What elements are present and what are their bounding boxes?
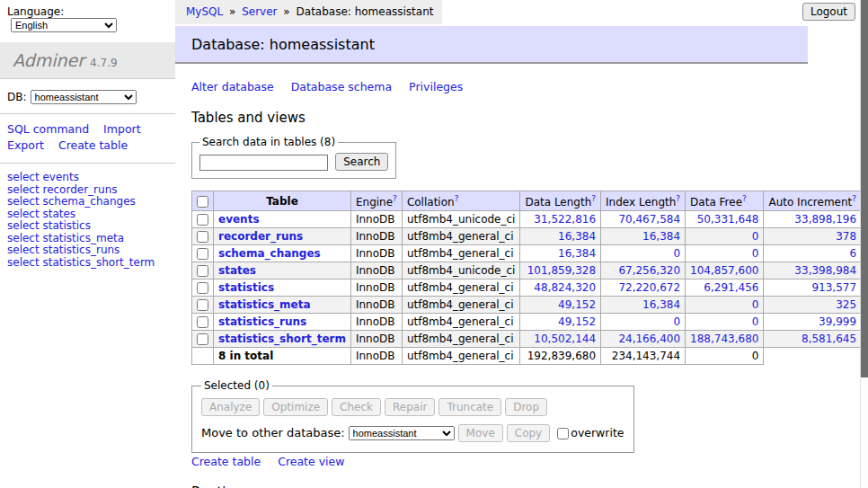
collation-cell: utf8mb4_unicode_ci bbox=[402, 211, 520, 228]
move-db-select[interactable]: homeassistant bbox=[349, 426, 455, 440]
copy-button[interactable]: Copy bbox=[507, 424, 550, 442]
repair-button[interactable]: Repair bbox=[385, 398, 435, 416]
value-link[interactable]: 24,166,400 bbox=[618, 333, 680, 345]
value-link[interactable]: 31,522,816 bbox=[534, 213, 596, 226]
language-select[interactable]: English bbox=[11, 18, 117, 32]
selected-legend: Selected (0) bbox=[201, 379, 272, 392]
breadcrumb-item-0[interactable]: MySQL bbox=[186, 5, 223, 18]
value-link[interactable]: 70,467,584 bbox=[618, 213, 680, 226]
search-input[interactable] bbox=[199, 155, 328, 171]
analyze-button[interactable]: Analyze bbox=[201, 398, 260, 416]
value-link[interactable]: 33,898,196 bbox=[794, 213, 856, 226]
collation-cell: utf8mb4_unicode_ci bbox=[402, 262, 520, 279]
move-label: Move to other database: bbox=[201, 426, 345, 439]
sidebar-item-statistics-short-term[interactable]: select statistics_short_term bbox=[7, 257, 168, 269]
value-link[interactable]: 0 bbox=[673, 247, 680, 260]
scrollbar-thumb[interactable] bbox=[861, 0, 868, 377]
help-icon[interactable]: ? bbox=[852, 194, 856, 203]
value-link[interactable]: 49,152 bbox=[558, 315, 596, 328]
help-icon[interactable]: ? bbox=[455, 194, 459, 203]
page-title: Database: homeassistant bbox=[175, 26, 808, 64]
value-link[interactable]: 10,502,144 bbox=[534, 333, 596, 345]
help-icon[interactable]: ? bbox=[393, 194, 397, 203]
row-checkbox-statistics[interactable] bbox=[197, 282, 208, 294]
value-link[interactable]: 8,581,645 bbox=[802, 333, 856, 345]
sidebar-item-statistics-meta[interactable]: select statistics_meta bbox=[7, 233, 168, 244]
logout-button[interactable]: Logout bbox=[802, 3, 855, 21]
index-length-cell: 0 bbox=[601, 245, 686, 262]
value-link[interactable]: 48,824,320 bbox=[534, 281, 596, 294]
scrollbar[interactable] bbox=[860, 0, 868, 488]
value-link[interactable]: 72,220,672 bbox=[618, 281, 680, 294]
value-link[interactable]: 913,577 bbox=[811, 281, 856, 294]
truncate-button[interactable]: Truncate bbox=[438, 398, 501, 416]
total-checkbox-cell bbox=[192, 348, 214, 365]
value-link[interactable]: 325 bbox=[836, 298, 856, 311]
help-icon[interactable]: ? bbox=[676, 194, 680, 203]
check-button[interactable]: Check bbox=[332, 398, 381, 416]
search-button[interactable]: Search bbox=[335, 153, 388, 171]
table-link-states[interactable]: states bbox=[218, 264, 256, 277]
row-checkbox-events[interactable] bbox=[197, 214, 208, 226]
value-link[interactable]: 16,384 bbox=[558, 247, 596, 260]
table-link-statistics_meta[interactable]: statistics_meta bbox=[218, 298, 311, 311]
create-link-create-table[interactable]: Create table bbox=[191, 455, 261, 468]
db-select[interactable]: homeassistant bbox=[31, 90, 137, 104]
sidebar-item-statistics[interactable]: select statistics bbox=[7, 220, 168, 232]
breadcrumb-item-1[interactable]: Server bbox=[242, 5, 277, 18]
overwrite-label[interactable]: overwrite bbox=[571, 426, 624, 439]
row-checkbox-schema_changes[interactable] bbox=[197, 248, 208, 260]
value-link[interactable]: 67,256,320 bbox=[618, 264, 680, 277]
move-buttons: MoveCopy bbox=[458, 426, 554, 439]
table-link-recorder_runs[interactable]: recorder_runs bbox=[218, 230, 303, 243]
optimize-button[interactable]: Optimize bbox=[263, 398, 328, 416]
row-checkbox-recorder_runs[interactable] bbox=[197, 231, 208, 243]
help-icon[interactable]: ? bbox=[742, 194, 747, 203]
sidebar-action-import[interactable]: Import bbox=[103, 122, 141, 136]
value-link[interactable]: 16,384 bbox=[642, 298, 680, 311]
sidebar-item-states[interactable]: select states bbox=[7, 209, 168, 220]
help-icon[interactable]: ? bbox=[591, 194, 596, 203]
sidebar-item-recorder-runs[interactable]: select recorder_runs bbox=[7, 184, 168, 196]
drop-button[interactable]: Drop bbox=[505, 398, 547, 416]
value-link[interactable]: 0 bbox=[752, 298, 759, 311]
sidebar-item-events[interactable]: select events bbox=[7, 172, 168, 183]
select-all-checkbox[interactable] bbox=[197, 196, 208, 208]
value-link[interactable]: 101,859,328 bbox=[527, 264, 596, 277]
table-link-statistics_runs[interactable]: statistics_runs bbox=[218, 315, 306, 328]
value-link[interactable]: 0 bbox=[673, 315, 680, 328]
sidebar-item-schema-changes[interactable]: select schema_changes bbox=[7, 196, 168, 208]
db-link-alter-database[interactable]: Alter database bbox=[191, 80, 274, 93]
create-link-create-view[interactable]: Create view bbox=[278, 455, 344, 468]
table-link-statistics_short_term[interactable]: statistics_short_term bbox=[218, 333, 346, 345]
sidebar-action-create-table[interactable]: Create table bbox=[58, 138, 128, 152]
table-link-statistics[interactable]: statistics bbox=[218, 281, 274, 294]
value-link[interactable]: 0 bbox=[752, 230, 759, 243]
row-checkbox-statistics_short_term[interactable] bbox=[197, 333, 208, 345]
sidebar-item-statistics-runs[interactable]: select statistics_runs bbox=[7, 244, 168, 256]
sidebar-action-export[interactable]: Export bbox=[7, 138, 44, 152]
value-link[interactable]: 16,384 bbox=[558, 230, 596, 243]
value-link[interactable]: 49,152 bbox=[558, 298, 596, 311]
value-link[interactable]: 50,331,648 bbox=[697, 213, 759, 226]
move-button[interactable]: Move bbox=[458, 424, 503, 442]
overwrite-checkbox[interactable] bbox=[557, 428, 569, 439]
db-link-database-schema[interactable]: Database schema bbox=[291, 80, 392, 93]
value-link[interactable]: 188,743,680 bbox=[690, 333, 758, 345]
value-link[interactable]: 39,999 bbox=[819, 315, 856, 328]
row-checkbox-statistics_runs[interactable] bbox=[197, 316, 208, 328]
table-link-schema_changes[interactable]: schema_changes bbox=[218, 247, 321, 260]
value-link[interactable]: 0 bbox=[752, 315, 759, 328]
value-link[interactable]: 6,291,456 bbox=[704, 281, 758, 294]
value-link[interactable]: 6 bbox=[849, 247, 856, 260]
value-link[interactable]: 33,398,984 bbox=[794, 264, 856, 277]
value-link[interactable]: 104,857,600 bbox=[690, 264, 758, 277]
row-checkbox-states[interactable] bbox=[197, 265, 208, 277]
value-link[interactable]: 16,384 bbox=[642, 230, 680, 243]
row-checkbox-statistics_meta[interactable] bbox=[197, 299, 208, 311]
db-link-privileges[interactable]: Privileges bbox=[409, 80, 463, 93]
table-link-events[interactable]: events bbox=[218, 213, 260, 226]
value-link[interactable]: 0 bbox=[752, 247, 759, 260]
value-link[interactable]: 378 bbox=[836, 230, 856, 243]
sidebar-action-sql-command[interactable]: SQL command bbox=[7, 122, 89, 136]
